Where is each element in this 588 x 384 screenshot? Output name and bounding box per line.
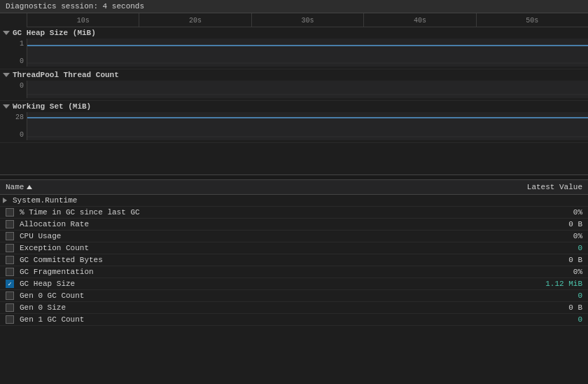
checkbox-gc-frag[interactable]: [6, 268, 14, 276]
checkbox-time-in-gc[interactable]: [6, 208, 14, 217]
checkbox-gen0-gc-count[interactable]: [6, 292, 14, 300]
checkbox-gen1-gc-count[interactable]: [6, 315, 14, 324]
chart-gc-heap-size: GC Heap Size (MiB) 1 0: [0, 27, 588, 69]
collapse-working-set-icon[interactable]: [3, 104, 10, 109]
timeline-section: 10s 20s 30s 40s 50s GC Heap Size (MiB) 1…: [0, 13, 588, 174]
working-set-chart-area: [27, 112, 588, 140]
checkbox-gen0-size[interactable]: [6, 303, 14, 312]
threadpool-chart-area: [27, 81, 588, 98]
table-header: Name Latest Value: [0, 180, 588, 195]
chart-working-set: Working Set (MiB) 28 0: [0, 101, 588, 143]
checkbox-gc-heap-size[interactable]: [6, 280, 14, 288]
row-value: 0%: [512, 208, 582, 217]
row-label: GC Fragmentation: [20, 268, 94, 276]
time-tick-10: 10s: [27, 13, 139, 27]
gc-heap-yaxis: 1 0: [0, 39, 27, 67]
group-header-system-runtime[interactable]: System.Runtime: [0, 195, 588, 207]
checkbox-gc-committed[interactable]: [6, 256, 14, 264]
checkbox-cpu-usage[interactable]: [6, 232, 14, 240]
metrics-table: Name Latest Value System.Runtime % Time …: [0, 180, 588, 326]
row-label: GC Committed Bytes: [20, 256, 103, 264]
row-value: 0: [512, 292, 582, 300]
col-name-label: Name: [6, 183, 24, 191]
collapse-threadpool-icon[interactable]: [3, 73, 10, 77]
working-set-yaxis: 28 0: [0, 112, 27, 140]
gc-heap-chart-area: [27, 39, 588, 67]
threadpool-yaxis: 0: [0, 81, 27, 98]
time-tick-30: 30s: [251, 13, 363, 27]
working-set-label: Working Set (MiB): [13, 102, 91, 111]
row-value: 0 B: [512, 220, 582, 228]
checkbox-alloc-rate[interactable]: [6, 220, 14, 228]
group-name: System.Runtime: [13, 196, 77, 205]
table-row[interactable]: Allocation Rate 0 B: [0, 219, 588, 231]
row-label: % Time in GC since last GC: [20, 208, 140, 217]
row-label: GC Heap Size: [20, 280, 75, 288]
row-value: 0 B: [512, 303, 582, 312]
collapse-gc-heap-icon[interactable]: [3, 31, 10, 35]
threadpool-label: ThreadPool Thread Count: [13, 71, 119, 79]
row-label: Gen 1 GC Count: [20, 315, 84, 324]
row-label: Gen 0 GC Count: [20, 292, 84, 300]
group-collapse-icon: [3, 198, 7, 203]
row-value: 0 B: [512, 256, 582, 264]
row-value: 0: [512, 315, 582, 324]
table-row[interactable]: Gen 1 GC Count 0: [0, 314, 588, 326]
table-row[interactable]: Exception Count 0: [0, 242, 588, 254]
row-value: 0%: [512, 232, 582, 240]
chart-threadpool: ThreadPool Thread Count 0: [0, 69, 588, 101]
table-row[interactable]: % Time in GC since last GC 0%: [0, 207, 588, 219]
time-tick-50: 50s: [476, 13, 588, 27]
row-label: Allocation Rate: [20, 220, 89, 228]
section-divider: [0, 174, 588, 180]
diagnostics-title: Diagnostics session: 4 seconds: [6, 2, 144, 11]
col-value-label: Latest Value: [527, 183, 582, 191]
table-row[interactable]: CPU Usage 0%: [0, 231, 588, 242]
row-label: Gen 0 Size: [20, 303, 66, 312]
row-value: 0: [512, 244, 582, 252]
gc-heap-label: GC Heap Size (MiB): [13, 29, 96, 37]
table-row[interactable]: Gen 0 GC Count 0: [0, 290, 588, 302]
time-tick-20: 20s: [139, 13, 251, 27]
table-row[interactable]: GC Fragmentation 0%: [0, 266, 588, 278]
sort-arrow-icon[interactable]: [27, 185, 32, 189]
table-row[interactable]: GC Heap Size 1.12 MiB: [0, 278, 588, 290]
table-row[interactable]: Gen 0 Size 0 B: [0, 302, 588, 314]
row-label: CPU Usage: [20, 232, 61, 240]
table-row[interactable]: GC Committed Bytes 0 B: [0, 254, 588, 266]
row-value: 1.12 MiB: [512, 280, 582, 288]
checkbox-exception-count[interactable]: [6, 244, 14, 252]
row-label: Exception Count: [20, 244, 89, 252]
time-tick-40: 40s: [363, 13, 475, 27]
row-value: 0%: [512, 268, 582, 276]
diagnostics-header: Diagnostics session: 4 seconds: [0, 0, 588, 13]
